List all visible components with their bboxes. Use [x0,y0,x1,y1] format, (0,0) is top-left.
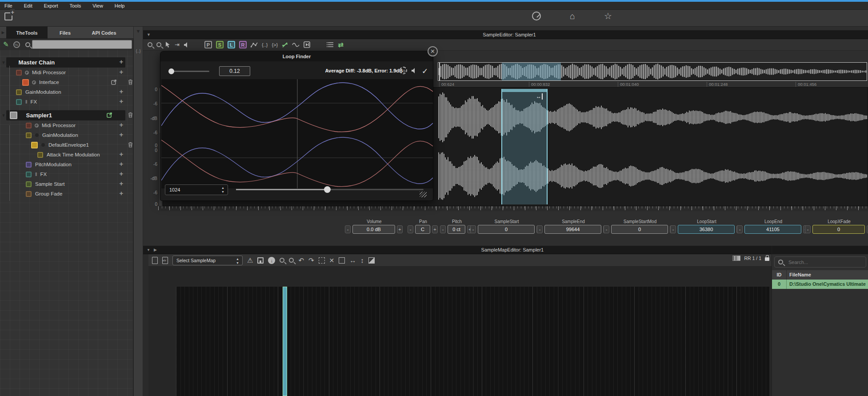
new-project-icon[interactable] [4,12,12,20]
favorite-star-icon[interactable]: ☆ [604,12,612,20]
loop-toggle-icon[interactable]: ⇄ [338,41,344,48]
import-sfz-icon[interactable] [162,257,168,264]
scroll-tick-ruler[interactable] [158,206,868,211]
position-slider-thumb[interactable] [324,186,331,193]
timeline-ruler[interactable]: 00:62400:00:83200:01:04000:01:24800:01:4… [438,82,868,88]
preview-speaker-icon[interactable] [411,68,418,74]
collapse-triangle-icon[interactable]: ▼ [147,248,150,252]
tree-header-sampler1[interactable]: ▼‖Sampler1 [0,110,133,120]
threshold-value-box[interactable]: 0.12 [219,66,250,76]
menu-item-file[interactable]: File [4,3,12,8]
select-all-icon[interactable] [319,257,325,264]
tree-item-midi-processor[interactable]: Midi Processor+ [0,120,133,130]
param-value-box[interactable]: 0 [611,225,668,234]
delete-module-icon[interactable] [128,112,133,119]
window-size-combobox[interactable]: 1024 ▲▼ [165,184,228,195]
callback-braces-icon[interactable]: {>} [272,41,278,48]
preset-display-box[interactable] [32,40,132,49]
threshold-slider[interactable] [168,71,209,72]
add-module-icon[interactable]: + [118,189,124,197]
panel-divider-strip[interactable]: ▼ {..} [133,27,143,396]
fill-note-gaps-icon[interactable] [368,257,375,264]
envelope-points-icon[interactable] [251,42,258,48]
loop-list-icon[interactable] [326,42,334,48]
save-icon[interactable] [257,257,264,264]
param-plus-button[interactable]: + [432,225,438,233]
speaker-icon[interactable] [184,42,190,48]
edit-pencil-icon[interactable]: ✎ [3,40,9,48]
tree-item-sample-start[interactable]: Sample Start+ [0,179,133,189]
redo-icon[interactable]: ↷ [308,257,314,264]
goto-end-icon[interactable]: ⇥ [175,41,180,48]
deactivate-icon[interactable] [532,12,541,20]
tree-item-gainmodulation[interactable]: GainModulation+ [0,130,133,140]
threshold-slider-thumb[interactable] [168,68,174,74]
param-value-box[interactable]: 0 [812,225,865,234]
samplemap-combobox[interactable]: Select SampleMap ▲▼ [172,256,243,265]
expand-triangle-icon[interactable]: ▼ [1,60,6,65]
pool-table-row[interactable]: 0D:\Studio One\Cymatics Ultimate [772,280,868,289]
piano-keyboard-icon[interactable] [732,256,740,261]
horizontal-expand-icon[interactable]: ↔ [349,257,356,264]
param-value-box[interactable]: C [415,225,430,234]
tree-item-fx[interactable]: ‖FX+ [0,97,133,107]
warning-icon[interactable]: ⚠ [247,257,253,264]
mapped-sample-bar[interactable] [283,287,287,396]
bypass-dot-icon[interactable] [41,143,45,147]
home-icon[interactable]: ⌂ [568,12,577,20]
tree-item-group-fade[interactable]: Group Fade+ [0,189,133,199]
external-window-icon[interactable] [111,79,117,86]
menu-item-export[interactable]: Export [44,3,58,8]
tab-files[interactable]: Files [48,27,83,39]
param-minus-button[interactable]: - [805,225,811,233]
toolbar-letter-R[interactable]: R [239,41,247,48]
delete-module-icon[interactable] [128,79,133,86]
add-module-icon[interactable]: + [118,170,124,177]
position-slider[interactable] [236,189,424,190]
param-minus-button[interactable]: - [670,225,676,233]
param-value-box[interactable]: 36380 [678,225,735,234]
sine-wave-icon[interactable] [292,42,300,48]
samplemap-titlebar[interactable]: ▼ ▶ SampleMapEditor: Sampler1 [143,246,868,254]
script-braces-icon[interactable]: {..} [262,41,268,48]
new-samplemap-icon[interactable] [152,257,158,264]
waveform-overview[interactable] [438,62,867,81]
param-value-box[interactable]: 0.0 dB [352,225,395,234]
param-plus-button[interactable]: + [397,225,403,233]
lock-icon[interactable] [765,257,769,261]
combo-arrows-icon[interactable]: ▲▼ [236,257,239,265]
zoom-out-icon[interactable] [289,258,294,263]
add-module-icon[interactable]: + [118,131,124,138]
tree-item-gainmodulation[interactable]: GainModulation+ [0,87,133,97]
tab-scroll-arrow-icon[interactable]: ▶ [0,27,6,38]
tree-item-pitchmodulation[interactable]: PitchModulation+ [0,160,133,169]
param-minus-button[interactable]: - [604,225,609,233]
add-module-icon[interactable]: + [118,121,124,128]
delete-module-icon[interactable] [128,142,133,148]
tree-item-defaultenvelope1[interactable]: DefaultEnvelope1 [0,140,133,150]
percent-icon[interactable]: % [13,41,20,48]
script-panel-icon[interactable]: {..} [134,49,143,53]
expand-arrow-icon[interactable]: ▶ [154,248,157,252]
menu-item-edit[interactable]: Edit [24,3,32,8]
undo-icon[interactable]: ↶ [298,257,304,264]
overview-loop-highlight[interactable] [502,63,561,80]
find-loop-target-icon[interactable] [400,67,407,74]
download-icon[interactable]: ↓ [268,257,275,264]
apply-check-icon[interactable]: ✓ [422,67,428,76]
tree-header-master-chain[interactable]: ▼‖Master Chain+ [0,57,133,68]
menu-item-view[interactable]: View [92,3,103,8]
toolbar-letter-P[interactable]: P [204,41,212,48]
add-module-icon[interactable]: + [118,160,124,168]
zoom-in-icon[interactable] [148,42,152,47]
tree-item-interface[interactable]: Interface [0,77,133,87]
add-module-icon[interactable]: + [118,150,124,158]
tab-api-codes[interactable]: API Codes [83,27,125,39]
vertical-expand-icon[interactable]: ↕ [360,257,364,264]
param-value-box[interactable]: 0 [478,225,535,234]
param-value-box[interactable]: 0 ct [448,225,465,234]
bypass-radio-icon[interactable] [35,124,39,128]
tab-thetools[interactable]: TheTools [6,27,48,39]
tree-item-midi-processor[interactable]: Midi Processor+ [0,68,133,77]
param-value-box[interactable]: 41105 [744,225,801,234]
